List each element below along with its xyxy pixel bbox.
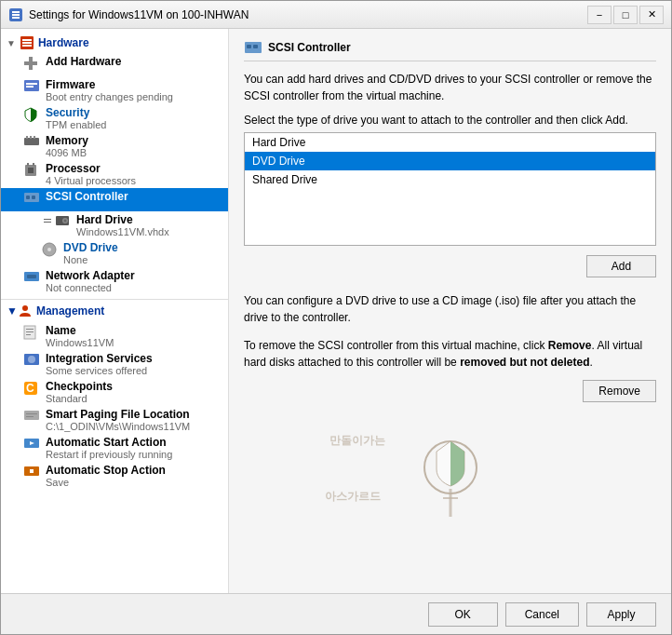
footer: OK Cancel Apply: [1, 593, 671, 634]
ok-button[interactable]: OK: [428, 602, 498, 627]
checkpoints-icon: C: [23, 381, 42, 399]
firmware-icon: [23, 79, 42, 98]
title-controls: − □ ✕: [587, 6, 664, 24]
remove-link: Remove: [548, 339, 592, 352]
network-label: Network Adapter: [46, 269, 135, 282]
svg-rect-14: [26, 136, 28, 139]
hardware-expand-icon: ▼: [7, 38, 16, 48]
main-panel: SCSI Controller You can add hard drives …: [229, 29, 671, 593]
memory-sub: 4096 MB: [46, 147, 88, 158]
svg-point-39: [28, 356, 35, 363]
svg-rect-44: [26, 416, 34, 417]
svg-rect-48: [30, 469, 34, 473]
svg-rect-13: [24, 138, 39, 145]
hardware-section-icon: [20, 35, 34, 50]
sidebar-item-security[interactable]: Security TPM enabled: [1, 104, 228, 132]
network-sub: Not connected: [46, 282, 135, 293]
sidebar-item-name[interactable]: Name Windows11VM: [1, 322, 228, 350]
sidebar-item-integration[interactable]: Integration Services Some services offer…: [1, 350, 228, 378]
close-button[interactable]: ✕: [639, 6, 664, 24]
remove-info-text: To remove the SCSI controller from this …: [244, 337, 656, 371]
svg-rect-6: [22, 42, 32, 44]
sidebar-item-autostop[interactable]: Automatic Stop Action Save: [1, 462, 228, 490]
sidebar-item-autostart[interactable]: Automatic Start Action Restart if previo…: [1, 434, 228, 462]
add-button-row: Add: [244, 255, 656, 277]
svg-point-28: [64, 220, 67, 223]
svg-rect-37: [26, 334, 31, 335]
paging-label: Smart Paging File Location: [46, 408, 190, 421]
security-icon: [23, 107, 42, 126]
checkpoints-label: Checkpoints: [46, 380, 113, 393]
cancel-button[interactable]: Cancel: [505, 602, 579, 627]
hardware-section-header[interactable]: ▼ Hardware: [1, 33, 228, 53]
sidebar-item-scsi[interactable]: SCSI Controller: [1, 188, 228, 211]
panel-title-text: SCSI Controller: [268, 41, 351, 54]
watermark-svg: 만돌이가는 아스가르드: [320, 416, 581, 519]
sidebar-item-firmware[interactable]: Firmware Boot entry changes pending: [1, 76, 228, 104]
svg-rect-19: [27, 163, 29, 166]
svg-rect-5: [22, 39, 32, 41]
add-button[interactable]: Add: [586, 255, 656, 277]
apply-button[interactable]: Apply: [586, 602, 656, 627]
dvd-icon: [42, 242, 60, 261]
sidebar-item-memory[interactable]: Memory 4096 MB: [1, 132, 228, 160]
autostart-label: Automatic Start Action: [46, 436, 172, 449]
drive-option-dvd-drive[interactable]: DVD Drive: [245, 152, 655, 170]
svg-text:만돌이가는: 만돌이가는: [329, 434, 385, 447]
watermark-area: 만돌이가는 아스가르드: [244, 412, 656, 523]
svg-rect-36: [26, 331, 34, 332]
hard-drive-sub: Windows11VM.vhdx: [76, 226, 169, 237]
management-section-header[interactable]: ▼ Management: [1, 299, 228, 322]
remove-info-suffix: .: [589, 356, 592, 369]
expand-hdd-icon: [42, 215, 53, 226]
minimize-button[interactable]: −: [587, 6, 612, 24]
svg-rect-9: [29, 57, 33, 70]
sidebar-item-add-hardware[interactable]: Add Hardware: [1, 53, 228, 76]
svg-rect-2: [12, 14, 20, 16]
firmware-sub: Boot entry changes pending: [46, 91, 173, 102]
sidebar-item-network[interactable]: Network Adapter Not connected: [1, 267, 228, 295]
security-sub: TPM enabled: [46, 119, 106, 130]
drive-list: Hard Drive DVD Drive Shared Drive: [244, 132, 656, 246]
autostart-sub: Restart if previously running: [46, 449, 172, 460]
svg-rect-12: [26, 86, 34, 88]
svg-rect-50: [247, 45, 251, 48]
svg-rect-42: [24, 411, 39, 420]
title-bar: Settings for Windows11VM on 100-INHWAN −…: [1, 1, 671, 29]
svg-rect-25: [44, 222, 51, 223]
svg-text:아스가르드: 아스가르드: [325, 490, 381, 503]
drive-option-shared-drive[interactable]: Shared Drive: [245, 170, 655, 189]
hardware-label: Hardware: [38, 36, 89, 49]
svg-rect-15: [30, 136, 32, 139]
processor-label: Processor: [46, 162, 136, 175]
sidebar: ▼ Hardware Add Hardware: [1, 29, 229, 593]
memory-label: Memory: [46, 134, 88, 147]
processor-icon: [23, 163, 42, 182]
panel-description: You can add hard drives and CD/DVD drive…: [244, 71, 656, 104]
sidebar-item-paging[interactable]: Smart Paging File Location C:\1_ODIN\VMs…: [1, 406, 228, 434]
svg-rect-11: [26, 83, 37, 85]
panel-select-label: Select the type of drive you want to att…: [244, 114, 656, 127]
svg-rect-7: [22, 45, 32, 47]
management-expand-icon: ▼: [7, 304, 18, 318]
remove-info-prefix: To remove the SCSI controller from this …: [244, 339, 548, 352]
svg-rect-16: [34, 136, 35, 139]
remove-button-row: Remove: [244, 380, 656, 402]
drive-option-hard-drive[interactable]: Hard Drive: [245, 133, 655, 152]
remove-info-bold: removed but not deleted: [460, 356, 589, 369]
checkpoints-sub: Standard: [46, 393, 113, 404]
remove-button[interactable]: Remove: [583, 380, 656, 402]
add-hardware-label: Add Hardware: [46, 55, 121, 68]
settings-icon: [8, 7, 23, 22]
processor-sub: 4 Virtual processors: [46, 175, 136, 186]
add-hardware-icon: [23, 56, 42, 74]
sidebar-item-processor[interactable]: Processor 4 Virtual processors: [1, 160, 228, 188]
svg-rect-18: [28, 168, 34, 173]
integration-label: Integration Services: [46, 352, 153, 365]
sidebar-item-hard-drive[interactable]: Hard Drive Windows11VM.vhdx: [1, 211, 228, 239]
sidebar-item-dvd-drive[interactable]: DVD Drive None: [1, 239, 228, 267]
maximize-button[interactable]: □: [613, 6, 638, 24]
security-label: Security: [46, 106, 106, 119]
sidebar-item-checkpoints[interactable]: C Checkpoints Standard: [1, 378, 228, 406]
svg-rect-32: [27, 275, 36, 278]
